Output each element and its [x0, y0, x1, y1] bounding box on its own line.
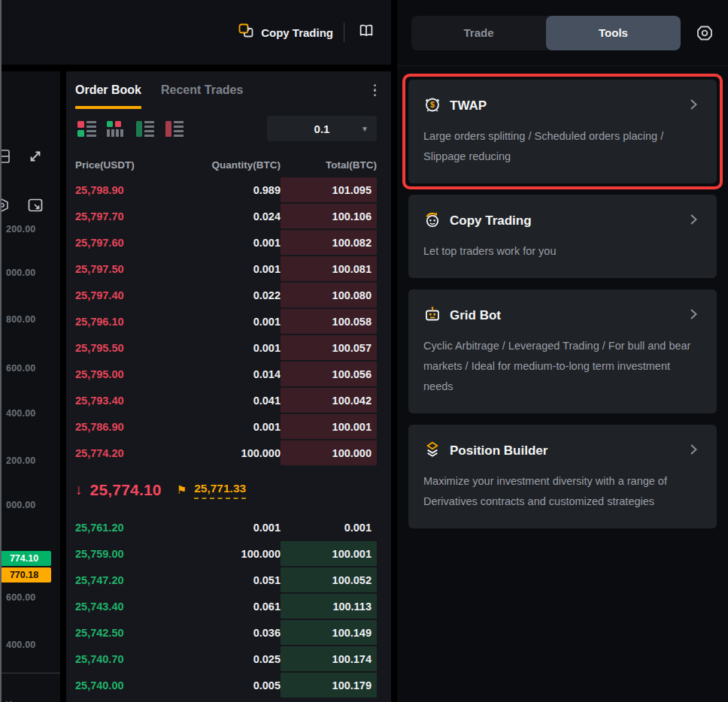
quantity-cell: 0.036	[171, 627, 281, 639]
tool-card-twap[interactable]: $ TWAP Large orders splitting / Schedule…	[408, 80, 717, 183]
precision-dropdown[interactable]: 0.1 ▼	[267, 116, 377, 141]
chevron-right-icon	[685, 96, 702, 116]
total-cell: 101.095	[281, 177, 377, 202]
total-cell: 100.001	[281, 541, 377, 566]
quantity-cell: 0.041	[171, 395, 281, 407]
orderbook-controls: 0.1 ▼	[66, 112, 391, 145]
col-quantity: Quantity(BTC)	[171, 159, 281, 171]
orderbook-bid-row[interactable]: 25,761.200.0010.001	[66, 514, 391, 540]
trading-app: Copy Trading	[0, 0, 728, 702]
orderbook-ask-row[interactable]: 25,797.500.001100.081	[66, 256, 391, 282]
price-axis-label: 800.00	[6, 314, 35, 325]
orderbook-ask-row[interactable]: 25,798.900.989101.095	[66, 177, 391, 203]
view-aggregate-icon[interactable]	[106, 119, 126, 138]
quantity-cell: 0.005	[171, 679, 281, 691]
orderbook-bid-row[interactable]: 25,743.400.061100.113	[66, 593, 391, 619]
total-cell: 100.149	[281, 620, 377, 645]
orderbook-ask-row[interactable]: 25,796.100.001100.058	[66, 308, 391, 334]
total-cell: 100.000	[281, 440, 377, 465]
price-down-arrow-icon: ↓	[75, 482, 83, 498]
card-title: Position Builder	[450, 443, 677, 458]
price-axis-label: 400.00	[6, 408, 35, 419]
fullscreen-corner-icon[interactable]	[26, 195, 45, 218]
price-cell: 25,740.00	[75, 679, 171, 691]
col-price: Price(USDT)	[75, 159, 171, 171]
orderbook-ask-row[interactable]: 25,786.900.001100.001	[66, 413, 391, 440]
view-combined-icon[interactable]	[77, 119, 96, 138]
price-cell: 25,743.40	[75, 601, 171, 613]
total-cell: 100.081	[281, 256, 377, 281]
price-cell: 25,786.90	[75, 421, 171, 433]
quantity-cell: 0.001	[171, 316, 281, 328]
total-cell: 100.058	[281, 309, 377, 334]
tab-order-book[interactable]: Order Book	[75, 71, 141, 109]
alert-tag-icon[interactable]	[2, 195, 12, 218]
orderbook-ask-row[interactable]: 25,774.20100.000100.000	[66, 440, 391, 466]
orderbook-panel: Order Book Recent Trades	[66, 71, 391, 702]
orderbook-more-menu-icon[interactable]	[371, 81, 380, 100]
price-cell: 25,797.70	[75, 210, 171, 222]
orderbook-layout-button[interactable]	[355, 21, 378, 44]
view-asks-only-icon[interactable]	[165, 119, 184, 138]
price-axis-label: 400.00	[6, 640, 35, 650]
orderbook-bid-row[interactable]: 25,759.00100.000100.001	[66, 540, 391, 567]
orderbook-tabs: Order Book Recent Trades	[66, 71, 391, 109]
trade-tools-segmented-control: Trade Tools	[411, 16, 681, 50]
tab-tools[interactable]: Tools	[546, 16, 681, 50]
chart-price-axis-strip: 200.00000.00800.00600.00400.00200.00000.…	[2, 71, 60, 702]
orderbook-ask-row[interactable]: 25,795.500.001100.057	[66, 334, 391, 361]
total-cell: 100.174	[281, 646, 377, 671]
col-total: Total(BTC)	[281, 159, 377, 171]
card-description: Large orders splitting / Scheduled order…	[423, 126, 702, 167]
copy-trader-face-icon	[423, 210, 441, 231]
orderbook-bid-row[interactable]: 25,740.000.005100.179	[66, 672, 391, 698]
price-axis-label: 000.00	[6, 500, 35, 510]
copy-trading-label: Copy Trading	[261, 26, 333, 39]
orderbook-ask-row[interactable]: 25,797.700.024100.106	[66, 203, 391, 229]
expand-icon[interactable]	[26, 147, 45, 169]
top-header: Copy Trading	[2, 0, 391, 65]
tool-card-position-builder[interactable]: Position Builder Maximize your investmen…	[408, 425, 717, 528]
orderbook-bid-row[interactable]: 25,747.200.051100.052	[66, 567, 391, 593]
quantity-cell: 0.001	[171, 342, 281, 354]
price-cell: 25,761.20	[75, 522, 171, 534]
orderbook-ask-row[interactable]: 25,797.400.022100.080	[66, 282, 391, 308]
last-price-row: ↓ 25,774.10 ⚑ 25,771.33	[66, 466, 391, 514]
tool-card-copy-trading[interactable]: Copy Trading Let top traders work for yo…	[408, 195, 717, 278]
quantity-cell: 0.051	[171, 574, 281, 586]
copy-trading-icon	[238, 23, 254, 42]
total-cell: 100.080	[281, 283, 377, 307]
price-axis-label: 200.00	[6, 455, 35, 466]
quantity-cell: 0.024	[171, 210, 281, 222]
chevron-down-icon: ▼	[361, 125, 369, 133]
quantity-cell: 0.989	[171, 184, 281, 196]
orderbook-ask-row[interactable]: 25,797.600.001100.082	[66, 229, 391, 256]
total-cell: 0.001	[281, 515, 377, 540]
price-cell: 25,795.00	[75, 368, 171, 380]
copy-trading-button[interactable]: Copy Trading	[238, 23, 333, 42]
total-cell: 100.001	[281, 414, 377, 439]
quantity-cell: 100.000	[171, 548, 281, 560]
orderbook-bid-row[interactable]: 25,742.500.036100.149	[66, 619, 391, 646]
orderbook-ask-row[interactable]: 25,795.000.014100.056	[66, 361, 391, 387]
total-cell: 100.052	[281, 567, 377, 592]
settings-gear-icon[interactable]	[693, 22, 716, 44]
orderbook-bid-row[interactable]: 25,740.700.025100.174	[66, 646, 391, 672]
view-bids-only-icon[interactable]	[135, 119, 155, 138]
quantity-cell: 100.000	[171, 447, 281, 459]
tools-list: $ TWAP Large orders splitting / Schedule…	[397, 66, 728, 528]
mark-price[interactable]: 25,771.33	[194, 482, 246, 499]
chart-panel-icon[interactable]	[2, 147, 12, 169]
header-divider	[344, 23, 344, 42]
orderbook-ask-row[interactable]: 25,793.400.041100.042	[66, 387, 391, 413]
price-axis-label: 600.00	[6, 363, 35, 374]
chevron-right-icon	[685, 441, 702, 461]
orderbook-column-headers: Price(USDT) Quantity(BTC) Total(BTC)	[66, 153, 391, 177]
price-cell: 25,774.20	[75, 447, 171, 459]
tab-recent-trades[interactable]: Recent Trades	[161, 71, 243, 109]
layers-icon	[423, 440, 441, 461]
tab-trade[interactable]: Trade	[411, 16, 546, 50]
price-cell: 25,795.50	[75, 342, 171, 354]
total-cell: 100.056	[281, 362, 377, 386]
tool-card-grid-bot[interactable]: Grid Bot Cyclic Arbitrage / Leveraged Tr…	[408, 289, 717, 413]
